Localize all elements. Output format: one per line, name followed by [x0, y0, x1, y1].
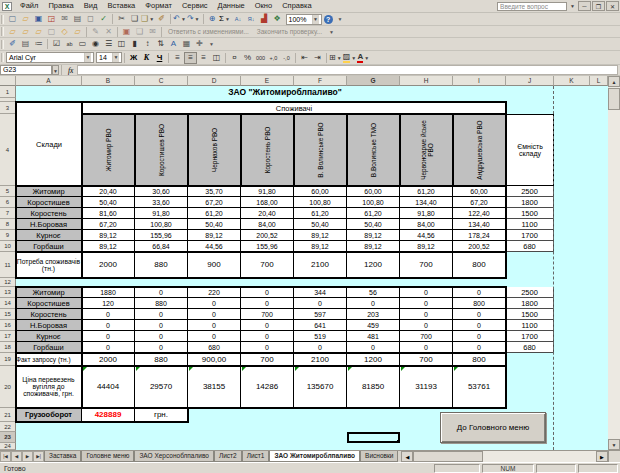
warehouse-label-cell[interactable]: Горбаши: [16, 241, 82, 252]
row-header-8[interactable]: 8: [0, 219, 16, 230]
row-header-16[interactable]: 16: [0, 320, 16, 331]
checkbox-icon[interactable]: ☑: [50, 38, 63, 50]
cost-cell[interactable]: 89,12: [294, 241, 347, 252]
fact-value-cell[interactable]: 2100: [294, 353, 347, 366]
cost-cell[interactable]: 134,40: [453, 219, 506, 230]
menu-data[interactable]: Данные: [213, 0, 250, 12]
menu-edit[interactable]: Правка: [43, 0, 78, 12]
allocation-cell[interactable]: 0: [400, 287, 453, 298]
spin-button-icon[interactable]: ↕: [141, 38, 154, 50]
cost-cell[interactable]: 67,20: [188, 197, 241, 208]
minimize-button[interactable]: ─: [578, 1, 591, 11]
allocation-cell[interactable]: 0: [400, 309, 453, 320]
warehouse-label-cell[interactable]: Курноє: [16, 331, 82, 342]
allocation-cell[interactable]: 120: [82, 298, 135, 309]
consumer-column-header[interactable]: Коростишев РВО: [135, 114, 188, 186]
fact-label-cell[interactable]: Факт запросу (тн.): [16, 353, 82, 366]
column-header-H[interactable]: H: [400, 76, 453, 86]
chevron-down-icon[interactable]: ▼: [180, 13, 187, 25]
main-menu-button[interactable]: До Головного меню: [440, 412, 546, 443]
align-left-icon[interactable]: ≡: [171, 52, 184, 64]
borders-icon[interactable]: ⊞▼: [329, 52, 343, 64]
redo-icon[interactable]: ↷▼: [187, 13, 201, 25]
row-header-5[interactable]: 5: [0, 186, 16, 197]
fill-color-icon[interactable]: ▨▼: [343, 52, 358, 64]
allocation-cell[interactable]: 519: [294, 331, 347, 342]
allocation-cell[interactable]: 220: [188, 287, 241, 298]
fill-handle[interactable]: [397, 440, 400, 443]
name-box-dropdown-icon[interactable]: ▼: [52, 65, 59, 75]
cost-cell[interactable]: 91,80: [241, 186, 294, 197]
row-header-22[interactable]: 22: [0, 422, 16, 432]
vertical-scrollbar[interactable]: ▲ ▼: [608, 76, 620, 450]
row-header-19[interactable]: 19: [0, 353, 16, 366]
spelling-icon[interactable]: ✓: [97, 13, 110, 25]
cost-cell[interactable]: 89,12: [347, 230, 400, 241]
allocation-cell[interactable]: 0: [135, 309, 188, 320]
cost-cell[interactable]: 50,40: [188, 219, 241, 230]
consumer-column-header[interactable]: Житомир РВО: [82, 114, 135, 186]
capacity-cell[interactable]: 1800: [506, 298, 554, 309]
drawing-icon[interactable]: ❖: [271, 13, 284, 25]
row-header-24[interactable]: 24: [0, 443, 16, 450]
allocation-cell[interactable]: 459: [347, 320, 400, 331]
align-center-icon[interactable]: ≡: [184, 52, 197, 64]
increase-decimal-icon[interactable]: +,0: [267, 52, 280, 64]
row-header-11[interactable]: 11: [0, 252, 16, 278]
scroll-right-icon[interactable]: ▶: [596, 451, 608, 462]
warehouse-label-cell[interactable]: Коростишев: [16, 197, 82, 208]
capacity-cell[interactable]: 2500: [506, 186, 554, 197]
allocation-cell[interactable]: 680: [188, 342, 241, 353]
cost-cell[interactable]: 61,20: [400, 186, 453, 197]
fact-value-cell[interactable]: 800: [453, 353, 506, 366]
cost-cell[interactable]: 33,60: [135, 197, 188, 208]
autosum-icon[interactable]: Σ▼: [219, 13, 232, 25]
cost-cell[interactable]: 134,40: [400, 197, 453, 208]
demand-value-cell[interactable]: 880: [135, 252, 188, 278]
cost-cell[interactable]: 20,40: [241, 208, 294, 219]
favorites-icon[interactable]: ◇: [58, 26, 71, 38]
cut-icon[interactable]: ✂: [115, 13, 128, 25]
toolbar-options-icon[interactable]: ▼: [207, 41, 216, 47]
label-icon[interactable]: A: [167, 38, 180, 50]
cost-cell[interactable]: 61,20: [294, 208, 347, 219]
allocation-cell[interactable]: 481: [347, 331, 400, 342]
price-value-cell[interactable]: 44404: [82, 366, 135, 408]
cost-cell[interactable]: 122,40: [453, 208, 506, 219]
capacity-cell[interactable]: 1700: [506, 230, 554, 241]
design-mode-icon[interactable]: ✐: [6, 38, 19, 50]
edit-comment-icon[interactable]: ✎: [89, 26, 102, 38]
cost-cell[interactable]: 30,60: [135, 186, 188, 197]
price-value-cell[interactable]: 81850: [347, 366, 400, 408]
cost-cell[interactable]: 60,00: [294, 186, 347, 197]
horizontal-scrollbar[interactable]: ◀▶: [401, 451, 608, 462]
row-header-23[interactable]: 23: [0, 432, 16, 443]
allocation-cell[interactable]: 0: [453, 309, 506, 320]
demand-value-cell[interactable]: 900: [188, 252, 241, 278]
merge-center-icon[interactable]: ◫: [210, 52, 223, 64]
horizontal-scroll-thumb[interactable]: [413, 451, 483, 462]
tab-scroll-icon[interactable]: ▶|: [33, 451, 44, 462]
price-value-cell[interactable]: 14286: [241, 366, 294, 408]
formula-input[interactable]: [77, 65, 618, 75]
track-changes-icon[interactable]: ▣: [120, 26, 133, 38]
turnover-unit-cell[interactable]: грн.: [135, 408, 188, 422]
consumer-column-header[interactable]: В. Волинське РВО: [294, 114, 347, 186]
cost-cell[interactable]: 91,80: [400, 208, 453, 219]
capacity-cell[interactable]: 1100: [506, 219, 554, 230]
attach-icon[interactable]: ❏: [133, 26, 146, 38]
cost-cell[interactable]: 100,80: [347, 197, 400, 208]
column-header-F[interactable]: F: [294, 76, 347, 86]
format-painter-icon[interactable]: ✐: [155, 13, 168, 25]
allocation-cell[interactable]: 56: [347, 287, 400, 298]
allocation-cell[interactable]: 0: [241, 298, 294, 309]
cost-cell[interactable]: 44,56: [400, 230, 453, 241]
window-resize-grip[interactable]: [608, 451, 620, 462]
toolbar-handle[interactable]: [1, 40, 4, 49]
allocation-cell[interactable]: 0: [188, 320, 241, 331]
column-header-G[interactable]: G: [347, 76, 400, 86]
sheet-tab[interactable]: ЗАО Житомироблпаливо: [269, 451, 360, 462]
column-header-E[interactable]: E: [241, 76, 294, 86]
column-header-K[interactable]: K: [554, 76, 590, 86]
sheet-tab[interactable]: Головне меню: [81, 451, 134, 462]
